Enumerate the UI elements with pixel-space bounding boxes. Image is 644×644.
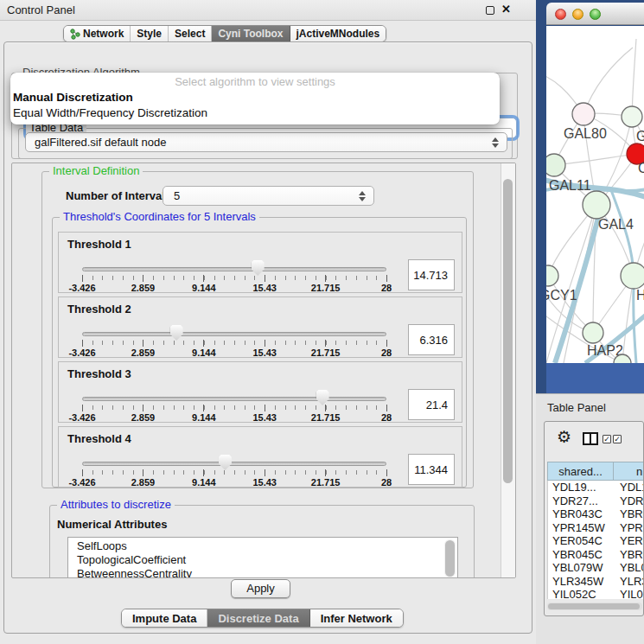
tab-cyni-toolbox[interactable]: Cyni Toolbox [212,26,290,41]
tab-network[interactable]: Network [64,26,131,41]
table-cell: YLR345W [548,575,615,588]
attribute-item-selfloops[interactable]: SelfLoops [77,539,457,553]
numerical-attributes-list[interactable]: SelfLoopsTopologicalCoefficientBetweenne… [67,537,458,578]
settings-scroll-panel: Interval Definition Number of Intervals … [11,163,516,578]
checkbox-icon[interactable]: ✓ [613,435,622,443]
network-node-gal11[interactable] [546,154,565,176]
slider-track[interactable] [82,267,386,271]
slider-tick-label: 28 [381,477,392,488]
table-cell: YDL19... [548,481,615,494]
table-row[interactable]: YER054CYER0 [548,534,644,548]
network-window-titlebar[interactable] [546,3,644,25]
slider-tick-label: -3.426 [68,348,95,358]
tab-select[interactable]: Select [169,26,212,41]
table-row[interactable]: YBL079WYBL0 [548,561,644,575]
slider-tick-label: 15.43 [252,412,277,423]
table-row[interactable]: YIL052CYIL0 [548,588,644,599]
table-row[interactable]: YDR27...YDR2 [548,494,644,508]
tab-discretize-data[interactable]: Discretize Data [207,609,309,627]
threshold-label: Threshold 4 [67,432,131,445]
threshold-slider: -3.4262.8599.14415.4321.71528 [82,388,386,424]
slider-major-tick [265,405,265,411]
attributes-list-scrollbar[interactable] [444,539,456,577]
slider-major-tick [325,405,326,411]
slider-major-tick [325,275,326,282]
slider-thumb[interactable] [252,260,265,276]
slider-thumb[interactable] [219,455,232,470]
numerical-attributes-label: Numerical Attributes [57,518,167,531]
slider-major-tick [203,469,204,476]
table-row[interactable]: YLR345WYLR3 [548,575,644,589]
network-view-window[interactable]: GAL80GALCGAL11GAL4GCY1HHAP2 [536,0,644,393]
slider-major-tick [82,340,83,347]
control-panel-tab-bar: NetworkStyleSelectCyni ToolboxjActiveMNo… [63,25,386,42]
threshold-slider: -3.4262.8599.14415.4321.71528 [82,258,386,295]
slider-minor-ticks [82,276,387,280]
threshold-value-field[interactable]: 14.713 [408,259,455,290]
zoom-traffic-light-icon[interactable] [590,9,601,20]
network-node-gal80[interactable] [572,103,595,125]
close-traffic-light-icon[interactable] [555,9,566,20]
network-node-gal[interactable] [622,106,642,127]
popup-item-manual-discretization[interactable]: Manual Discretization [13,91,133,104]
slider-tick-label: 9.144 [192,348,216,358]
table-row[interactable]: YPR145WYPR1 [548,521,644,535]
columns-icon[interactable] [583,432,598,445]
slider-track[interactable] [82,462,386,466]
table-cell: YDR27... [548,494,615,507]
popup-item-equal-width-frequency-discretization[interactable]: Equal Width/Frequency Discretization [13,106,207,119]
slider-tick-label: 9.144 [192,477,216,488]
slider-tick-label: 21.715 [311,412,341,423]
slider-tick-label: 21.715 [311,283,341,293]
table-header-row: shared...n [547,462,644,481]
table-cell: YDR2 [615,494,644,507]
threshold-label: Threshold 3 [67,367,131,380]
threshold-value-field[interactable]: 6.316 [408,324,455,355]
slider-track[interactable] [82,332,386,336]
number-of-intervals-spinner[interactable]: 5 [163,186,374,206]
network-node-gcy1[interactable] [546,265,558,286]
slider-tick-label: 15.43 [252,283,277,293]
table-row[interactable]: YBR043CYBR0 [548,507,644,521]
table-panel: Table Panel ⚙ ✓ ✓ shared...n YDL19...YDL… [536,393,644,644]
gear-icon[interactable]: ⚙ [557,427,571,447]
slider-tick-label: 2.859 [131,348,156,358]
threshold-slider: -3.4262.8599.14415.4321.71528 [82,323,386,360]
close-icon[interactable]: ✕ [501,3,511,16]
attribute-item-betweennesscentrality[interactable]: BetweennessCentrality [77,567,457,578]
node-label-gal80: GAL80 [564,126,607,141]
node-label-gal: GAL [636,129,644,143]
slider-track[interactable] [82,397,386,401]
desktop-background [546,363,644,393]
table-row[interactable]: YDL19...YDL1 [548,481,644,494]
settings-scrollbar-thumb[interactable] [503,179,513,483]
column-header-shared[interactable]: shared... [547,462,614,481]
network-node-gal4[interactable] [583,191,610,219]
table-row[interactable]: YBR045CYBR0 [548,548,644,562]
table-horizontal-scrollbar[interactable] [547,603,642,610]
tab-infer-network[interactable]: Infer Network [310,609,403,627]
threshold-value-field[interactable]: 21.4 [408,389,455,420]
column-header-n[interactable]: n [614,462,644,481]
tab-style[interactable]: Style [131,26,169,41]
slider-tick-label: -3.426 [68,477,95,488]
slider-thumb[interactable] [170,325,183,341]
network-node-h[interactable] [621,263,644,289]
tab-impute-data[interactable]: Impute Data [122,609,207,627]
tab-jactivemnodules[interactable]: jActiveMNodules [290,26,386,41]
network-node-hap2[interactable] [583,322,603,343]
threshold-value-field[interactable]: 11.344 [408,454,455,485]
slider-major-tick [265,340,265,347]
network-canvas[interactable]: GAL80GALCGAL11GAL4GCY1HHAP2 [546,26,644,363]
checkbox-icon[interactable]: ✓ [603,435,611,443]
apply-button[interactable]: Apply [231,579,290,598]
minimize-traffic-light-icon[interactable] [572,9,583,20]
control-panel-body: Discretization Algorithm Table Data galF… [3,41,532,634]
float-window-icon[interactable] [486,6,494,15]
threshold-label: Threshold 2 [67,303,131,316]
node-label-h: H [636,288,644,303]
slider-thumb[interactable] [316,390,329,405]
attribute-item-topologicalcoefficient[interactable]: TopologicalCoefficient [77,553,457,567]
table-data-combobox[interactable]: galFiltered.sif default node [25,132,507,152]
interval-definition-group: Interval Definition Number of Intervals … [41,171,474,488]
